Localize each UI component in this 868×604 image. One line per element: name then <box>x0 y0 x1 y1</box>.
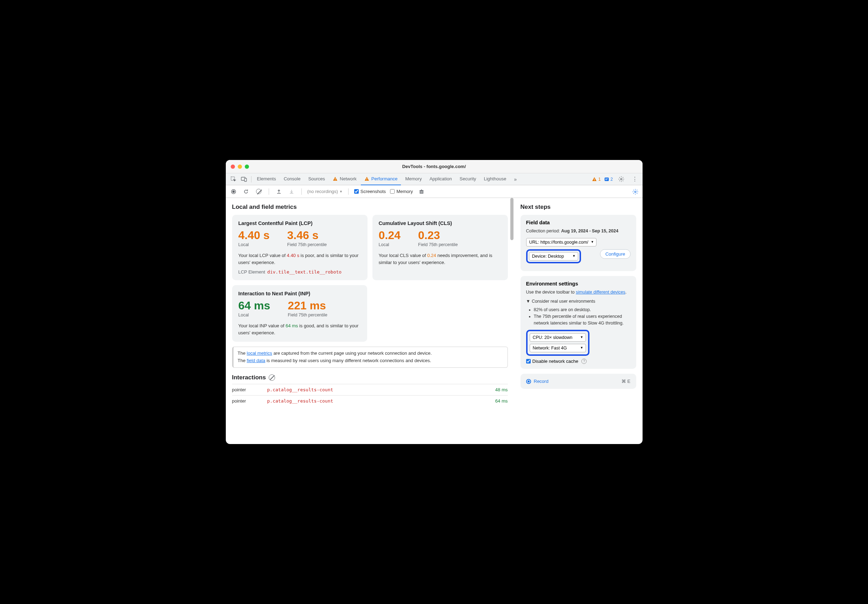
lcp-element[interactable]: LCP Elementdiv.tile__text.tile__roboto <box>239 269 361 274</box>
tabbar-right: 1 2 ⋮ <box>592 174 639 184</box>
next-steps-heading: Next steps <box>521 204 636 211</box>
inp-title: Interaction to Next Paint (INP) <box>239 291 361 296</box>
record-shortcut: ⌘ E <box>622 379 630 384</box>
simulate-devices-link[interactable]: simulate different devices <box>576 290 625 294</box>
interaction-row[interactable]: pointerp.catalog__results-count48 ms <box>232 384 508 395</box>
upload-icon[interactable] <box>275 187 283 196</box>
minimize-window-icon[interactable] <box>238 164 242 169</box>
device-select-highlight: Device: Desktop <box>526 249 581 263</box>
warning-icon <box>592 177 597 182</box>
svg-rect-3 <box>335 178 335 180</box>
svg-rect-5 <box>366 178 367 180</box>
more-tabs-icon[interactable]: » <box>510 174 520 184</box>
lcp-title: Largest Contentful Paint (LCP) <box>239 220 361 226</box>
download-icon[interactable] <box>287 187 296 196</box>
metrics-heading: Local and field metrics <box>232 204 508 211</box>
tab-lighthouse[interactable]: Lighthouse <box>480 173 510 185</box>
metrics-pane: Local and field metrics Largest Contentf… <box>226 198 514 444</box>
inp-card: Interaction to Next Paint (INP) 64 ms Lo… <box>232 285 367 342</box>
record-icon[interactable] <box>229 187 238 196</box>
svg-rect-6 <box>366 180 367 180</box>
interaction-element: p.catalog__results-count <box>267 387 496 392</box>
zoom-window-icon[interactable] <box>245 164 249 169</box>
tab-bar: Elements Console Sources Network Perform… <box>226 173 643 185</box>
env-bullets: 82% of users are on desktop. The 75th pe… <box>526 307 631 326</box>
device-select[interactable]: Device: Desktop <box>529 252 578 260</box>
interaction-time: 48 ms <box>495 387 507 392</box>
devtools-window: DevTools - fonts.google.com/ Elements Co… <box>226 160 643 444</box>
tab-application[interactable]: Application <box>426 173 456 185</box>
record-panel: Record ⌘ E <box>521 374 636 389</box>
garbage-collect-icon[interactable] <box>417 187 426 196</box>
url-select[interactable]: URL: https://fonts.google.com/ <box>526 238 597 246</box>
interaction-row[interactable]: pointerp.catalog__results-count64 ms <box>232 395 508 406</box>
env-title: Environment settings <box>526 281 631 287</box>
warning-icon <box>333 177 338 181</box>
cls-title: Cumulative Layout Shift (CLS) <box>379 220 502 226</box>
help-icon[interactable]: ? <box>581 359 587 364</box>
recordings-select[interactable]: (no recordings)▼ <box>307 189 343 194</box>
disable-cache-checkbox[interactable]: Disable network cache ? <box>526 359 631 364</box>
tab-security[interactable]: Security <box>456 173 480 185</box>
collection-period: Collection period: Aug 19, 2024 - Sep 15… <box>526 228 631 234</box>
device-toolbar-icon[interactable] <box>239 174 249 184</box>
tab-network[interactable]: Network <box>329 173 360 185</box>
inspect-icon[interactable] <box>229 174 239 184</box>
network-throttle-select[interactable]: Network: Fast 4G <box>530 344 586 352</box>
svg-rect-4 <box>335 180 335 180</box>
warnings-badge[interactable]: 1 <box>592 177 601 182</box>
clear-interactions-icon[interactable] <box>269 375 275 381</box>
configure-button[interactable]: Configure <box>600 249 630 259</box>
lcp-card: Largest Contentful Paint (LCP) 4.40 s Lo… <box>232 215 367 280</box>
tab-sources[interactable]: Sources <box>305 173 329 185</box>
titlebar: DevTools - fonts.google.com/ <box>226 160 643 173</box>
info-icon <box>604 177 609 182</box>
reload-icon[interactable] <box>242 187 250 196</box>
disclosure-toggle[interactable]: ▼Consider real user environments <box>526 299 631 304</box>
field-data-title: Field data <box>526 220 631 225</box>
environment-panel: Environment settings Use the device tool… <box>521 276 636 369</box>
local-metrics-link[interactable]: local metrics <box>247 350 272 356</box>
chevron-down-icon: ▼ <box>526 299 530 304</box>
cls-field: 0.23 Field 75th percentile <box>418 229 458 247</box>
panel-settings-icon[interactable] <box>631 187 640 196</box>
screenshots-checkbox[interactable]: Screenshots <box>354 189 386 194</box>
svg-rect-9 <box>604 178 609 181</box>
issues-badge[interactable]: 2 <box>604 177 613 182</box>
memory-checkbox[interactable]: Memory <box>390 189 413 194</box>
warning-icon <box>364 177 369 181</box>
cpu-throttle-select[interactable]: CPU: 20× slowdown <box>530 333 586 342</box>
field-data-panel: Field data Collection period: Aug 19, 20… <box>521 215 636 271</box>
inp-note: Your local INP value of 64 ms is good, a… <box>239 322 361 336</box>
interaction-time: 64 ms <box>495 398 507 404</box>
main-content: Local and field metrics Largest Contentf… <box>226 198 643 444</box>
scrollbar-thumb[interactable] <box>510 198 513 240</box>
cls-card: Cumulative Layout Shift (CLS) 0.24 Local… <box>372 215 508 280</box>
tab-memory[interactable]: Memory <box>401 173 425 185</box>
divider <box>251 176 251 183</box>
tab-elements[interactable]: Elements <box>254 173 280 185</box>
record-button[interactable]: Record <box>526 379 549 384</box>
svg-rect-7 <box>594 179 594 180</box>
svg-rect-11 <box>605 179 607 180</box>
interaction-type: pointer <box>232 387 267 392</box>
cls-note: Your local CLS value of 0.24 needs impro… <box>379 252 502 266</box>
throttling-highlight: CPU: 20× slowdown Network: Fast 4G <box>526 330 589 356</box>
lcp-local: 4.40 s Local <box>239 229 270 247</box>
lcp-field: 3.46 s Field 75th percentile <box>287 229 327 247</box>
svg-point-14 <box>232 190 235 193</box>
kebab-menu-icon[interactable]: ⋮ <box>630 174 640 184</box>
settings-icon[interactable] <box>617 174 626 184</box>
clear-icon[interactable] <box>255 187 263 196</box>
inp-field: 221 ms Field 75th percentile <box>288 300 327 317</box>
cls-local: 0.24 Local <box>379 229 401 247</box>
interaction-element: p.catalog__results-count <box>267 398 496 404</box>
tab-console[interactable]: Console <box>280 173 304 185</box>
field-data-link[interactable]: field data <box>247 358 265 363</box>
record-icon <box>526 379 531 384</box>
interactions-heading: Interactions <box>232 374 508 381</box>
close-window-icon[interactable] <box>231 164 235 169</box>
tab-performance[interactable]: Performance <box>361 173 401 185</box>
svg-point-12 <box>620 178 622 180</box>
metrics-info-box: The local metrics are captured from the … <box>232 347 508 368</box>
